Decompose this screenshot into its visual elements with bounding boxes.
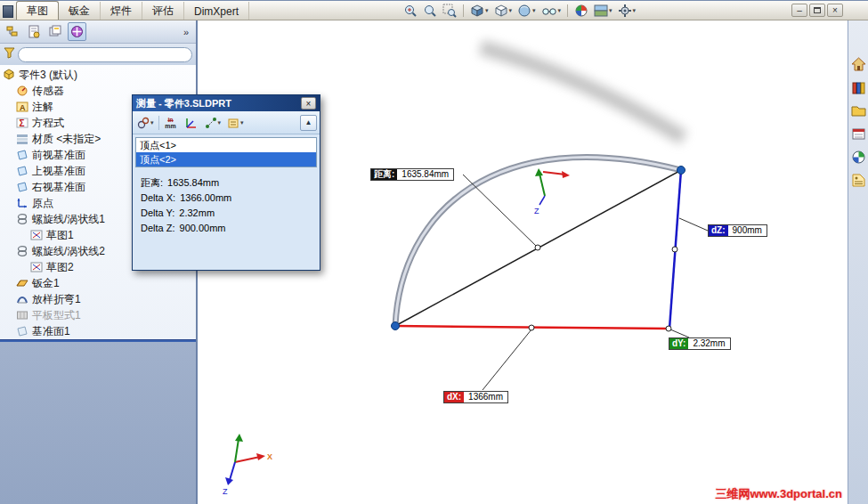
- gear-icon: [618, 4, 632, 18]
- vertex-1[interactable]: [392, 322, 400, 330]
- selection-item-vertex2[interactable]: 顶点<2>: [136, 152, 316, 167]
- display-style-button[interactable]: [516, 3, 537, 19]
- plane-icon: [16, 325, 28, 337]
- toolbar-separator: [158, 116, 159, 130]
- lofted-bend-icon: [16, 293, 28, 305]
- filter-bar: [0, 44, 196, 65]
- home-icon: [851, 57, 866, 72]
- helix-icon: [16, 213, 28, 225]
- result-delta-x: Delta X:1366.00mm: [141, 192, 312, 204]
- result-distance: 距离:1635.84mm: [141, 177, 312, 189]
- panel-overflow-button[interactable]: »: [180, 27, 192, 37]
- minimize-button[interactable]: –: [791, 4, 807, 17]
- show-xyz-measurements-button[interactable]: [183, 114, 200, 132]
- tree-item-flat-pattern1[interactable]: 平板型式1: [0, 307, 196, 323]
- feature-tree-icon: [6, 25, 20, 38]
- hide-show-items-button[interactable]: [540, 3, 563, 19]
- feature-manager-tab[interactable]: [4, 22, 22, 41]
- view-orientation-button[interactable]: [493, 3, 514, 19]
- midpoint-marker: [535, 245, 540, 250]
- apply-scene-button[interactable]: [593, 3, 613, 19]
- sketch-icon: [30, 261, 43, 273]
- measure-dialog-close-button[interactable]: ×: [301, 97, 316, 110]
- vertex-triad: Z: [534, 168, 570, 215]
- zoom-to-fit-button[interactable]: [422, 3, 438, 19]
- reference-triad: X Z: [223, 434, 272, 496]
- tab-sheet-metal[interactable]: 钣金: [59, 2, 101, 20]
- selection-item-vertex1[interactable]: 顶点<1>: [136, 138, 316, 152]
- section-cube-icon: [470, 4, 484, 18]
- command-manager-icon: [3, 5, 13, 18]
- heads-up-toolbar: [402, 3, 637, 19]
- glasses-icon: [541, 4, 557, 18]
- vertex-2[interactable]: [677, 167, 685, 175]
- distance-callout: 距离: 1635.84mm: [370, 168, 454, 181]
- measure-dialog[interactable]: 测量 - 零件3.SLDPRT × inmm ▲ 顶点<1> 顶点<2> 距离:…: [132, 94, 320, 271]
- dy-leader: [670, 329, 689, 337]
- properties-tag-icon: [851, 173, 866, 188]
- view-palette-tab[interactable]: [849, 124, 868, 143]
- view-settings-button[interactable]: [617, 3, 637, 19]
- measurement-history-button[interactable]: [225, 114, 246, 132]
- plane-icon: [16, 165, 28, 177]
- origin-icon: [16, 197, 28, 209]
- appearance-sphere-icon: [851, 150, 866, 165]
- tab-sketch[interactable]: 草图: [16, 1, 59, 20]
- section-view-button[interactable]: [469, 3, 490, 19]
- custom-properties-tab[interactable]: [849, 170, 868, 190]
- measure-toolbar: inmm ▲: [133, 111, 320, 134]
- tab-dimxpert[interactable]: DimXpert: [184, 2, 249, 20]
- units-precision-button[interactable]: inmm: [162, 114, 180, 132]
- task-pane: [848, 20, 868, 504]
- folder-icon: [851, 103, 866, 118]
- scene-icon: [594, 4, 608, 18]
- tree-item-lofted-bend1[interactable]: 放样折弯1: [0, 291, 196, 307]
- tab-evaluate[interactable]: 评估: [142, 2, 184, 20]
- sheet-metal-icon: [16, 277, 28, 289]
- svg-text:A: A: [20, 103, 26, 112]
- magnifier-area-icon: [442, 4, 457, 18]
- svg-text:Z: Z: [534, 207, 539, 215]
- result-delta-y: Delta Y:2.32mm: [141, 207, 312, 219]
- appearances-tab[interactable]: [849, 147, 868, 167]
- menu-bar: 草图 钣金 焊件 评估 DimXpert – ×: [0, 1, 868, 20]
- point-to-point-button[interactable]: [203, 114, 223, 132]
- model-edge-curve[interactable]: [395, 158, 681, 326]
- panel-empty-area: [0, 342, 196, 504]
- xyz-axes-icon: [185, 117, 198, 129]
- dimxpert-manager-tab[interactable]: [68, 22, 86, 41]
- tab-weldments[interactable]: 焊件: [101, 2, 142, 20]
- configuration-manager-tab[interactable]: [46, 22, 65, 41]
- tree-item-sheet-metal1[interactable]: 钣金1: [0, 275, 196, 291]
- close-window-button[interactable]: ×: [827, 4, 843, 17]
- shaded-cube-icon: [517, 4, 531, 18]
- watermark: 三维网www.3dportal.cn: [715, 486, 842, 502]
- measure-dialog-titlebar[interactable]: 测量 - 零件3.SLDPRT ×: [133, 95, 320, 111]
- dz-leader: [679, 218, 708, 231]
- collapse-button[interactable]: ▲: [300, 115, 317, 131]
- edit-appearance-button[interactable]: [573, 3, 589, 19]
- measure-dialog-title: 测量 - 零件3.SLDPRT: [136, 97, 231, 110]
- sensors-icon: [16, 85, 28, 97]
- arc-circle-measurements-button[interactable]: [135, 114, 156, 132]
- restore-button[interactable]: [809, 4, 825, 17]
- annotations-icon: A: [16, 101, 28, 113]
- equations-icon: Σ: [16, 117, 28, 129]
- file-explorer-tab[interactable]: [849, 101, 868, 120]
- tree-filter-input[interactable]: [18, 47, 192, 62]
- property-manager-tab[interactable]: [25, 22, 44, 41]
- design-library-tab[interactable]: [849, 77, 868, 97]
- helix-icon: [16, 245, 28, 257]
- material-icon: [16, 133, 28, 145]
- measure-selection-list[interactable]: 顶点<1> 顶点<2>: [135, 137, 317, 167]
- midpoint-marker: [666, 326, 671, 331]
- filter-funnel-icon: [4, 47, 15, 61]
- solidworks-resources-tab[interactable]: [849, 54, 868, 74]
- svg-text:X: X: [267, 452, 272, 461]
- tree-item-part-root[interactable]: 零件3 (默认): [0, 67, 196, 83]
- view-cube-icon: [494, 4, 508, 18]
- zoom-in-out-button[interactable]: [402, 3, 418, 19]
- tree-item-plane1[interactable]: 基准面1: [0, 323, 196, 339]
- zoom-to-area-button[interactable]: [442, 3, 458, 19]
- point-to-point-icon: [205, 117, 217, 129]
